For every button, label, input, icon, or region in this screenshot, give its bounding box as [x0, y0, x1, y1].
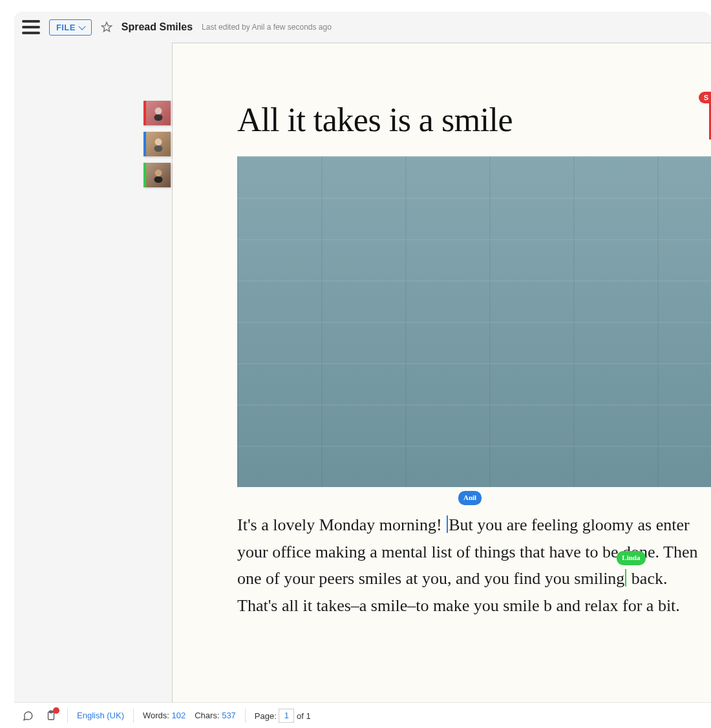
star-icon[interactable]: [101, 21, 112, 33]
topbar: FILE Spread Smiles Last edited by Anil a…: [14, 12, 711, 43]
statusbar: English (UK) Words: 102 Chars: 537 Page:…: [14, 702, 711, 728]
separator: [245, 709, 246, 723]
words-value: 102: [172, 711, 186, 720]
avatar-face-icon: [146, 101, 171, 125]
chevron-down-icon: [78, 23, 85, 30]
chars-value: 537: [222, 711, 236, 720]
notification-badge: [53, 707, 59, 714]
comments-icon[interactable]: [21, 709, 35, 723]
separator: [133, 709, 134, 723]
words-label: Words:: [143, 711, 169, 720]
chrome-frame: FILE Spread Smiles Last edited by Anil a…: [14, 12, 711, 43]
page-indicator: Page: of 1: [255, 709, 311, 723]
page-label: Page:: [255, 711, 277, 720]
document-heading[interactable]: All it takes is a smile: [237, 101, 711, 138]
svg-point-3: [155, 138, 162, 145]
svg-rect-4: [154, 145, 163, 152]
svg-point-1: [155, 107, 162, 114]
collaborator-caret-linda: [625, 569, 626, 587]
language-selector[interactable]: English (UK): [77, 711, 124, 720]
hero-image[interactable]: [237, 156, 711, 487]
collaborator-cursor-flag-red: S: [699, 92, 711, 103]
file-menu-label: FILE: [56, 23, 76, 32]
document-body[interactable]: Anil It's a lovely Monday morning! But y…: [237, 512, 711, 619]
char-count[interactable]: Chars: 537: [195, 711, 236, 720]
avatar-face-icon: [146, 163, 171, 187]
page-area: S All it takes is a smile Anil It's a lo: [14, 43, 711, 702]
collaborator-cursor-flag-anil: Anil: [458, 491, 482, 505]
hamburger-menu-icon[interactable]: [22, 20, 40, 34]
collaborator-avatar[interactable]: [143, 163, 171, 187]
chars-label: Chars:: [195, 711, 219, 720]
document-title: Spread Smiles: [122, 21, 193, 33]
svg-rect-2: [154, 114, 163, 121]
document-page[interactable]: All it takes is a smile Anil It's a love…: [172, 43, 711, 702]
collaborator-avatar[interactable]: [143, 101, 171, 125]
svg-rect-6: [154, 176, 163, 183]
body-text-segment: It's a lovely Monday morning!: [237, 515, 446, 534]
image-background-wall: [237, 156, 711, 487]
svg-marker-0: [101, 23, 111, 32]
collaborator-cursor-flag-linda: Linda: [617, 551, 645, 565]
file-menu-button[interactable]: FILE: [49, 19, 92, 36]
last-edited-text: Last edited by Anil a few seconds ago: [202, 23, 332, 32]
collaborator-caret-anil: [447, 515, 448, 533]
collaborator-rail: [143, 101, 171, 187]
page-total: of 1: [297, 711, 311, 720]
svg-point-5: [155, 169, 162, 176]
clipboard-icon[interactable]: [44, 709, 58, 723]
separator: [67, 709, 68, 723]
avatar-face-icon: [146, 132, 171, 156]
app-shell: FILE Spread Smiles Last edited by Anil a…: [0, 0, 711, 728]
word-count[interactable]: Words: 102: [143, 711, 186, 720]
collaborator-avatar[interactable]: [143, 132, 171, 156]
page-number-input[interactable]: [279, 709, 294, 723]
